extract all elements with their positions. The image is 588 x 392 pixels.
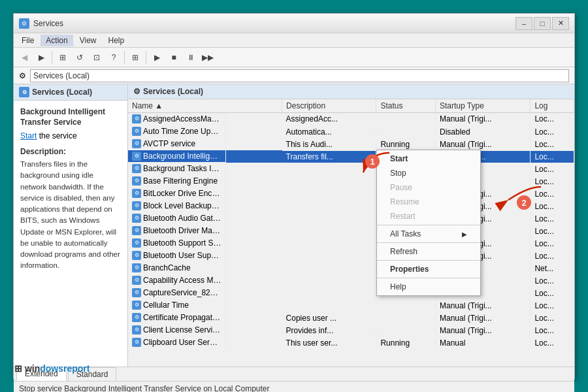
main-content: ⚙ Services (Local) Background Intelligen… <box>14 84 574 367</box>
service-name-cell: ⚙Bluetooth Support Service <box>128 237 226 250</box>
app-icon: ⚙ <box>19 18 29 29</box>
context-menu-item-help[interactable]: Help <box>377 280 480 294</box>
service-status-cell <box>376 299 436 312</box>
service-name-cell: ⚙Bluetooth User Support Ser... <box>128 250 226 262</box>
bottom-tabs: Extended Standard <box>14 367 574 381</box>
table-row[interactable]: ⚙Bluetooth Support ServiceManual (Trigi.… <box>128 237 574 250</box>
play-button[interactable]: ▶ <box>149 50 165 65</box>
service-icon: ⚙ <box>132 152 141 161</box>
service-startup-cell: Disabled <box>436 125 531 138</box>
stop-button[interactable]: ■ <box>166 50 182 65</box>
table-row[interactable]: ⚙Cellular TimeManual (Trigi...Loc... <box>128 299 574 312</box>
service-name-text: CaptureService_822862 <box>143 288 221 297</box>
toolbar-separator-1 <box>52 51 52 64</box>
service-name-text: Bluetooth Support Service <box>143 238 221 248</box>
menu-help[interactable]: Help <box>103 35 130 46</box>
table-row[interactable]: ⚙Client License Service (ClipS...Provide… <box>128 324 574 336</box>
service-log-cell: Loc... <box>531 299 574 312</box>
left-panel-title: Services (Local) <box>32 88 92 97</box>
col-startup[interactable]: Startup Type <box>436 99 531 113</box>
service-desc-cell <box>282 200 376 212</box>
col-name[interactable]: Name ▲ <box>128 99 282 113</box>
export-button[interactable]: ⊡ <box>89 50 105 65</box>
table-row[interactable]: ⚙Auto Time Zone UpdaterAutomatica...Disa… <box>128 125 574 138</box>
col-description[interactable]: Description <box>282 99 376 113</box>
context-menu-item-refresh[interactable]: Refresh <box>377 244 480 259</box>
context-menu-item-properties[interactable]: Properties <box>377 262 480 276</box>
context-menu-item-label: Resume <box>390 197 419 206</box>
menu-file[interactable]: File <box>16 35 39 46</box>
col-status[interactable]: Status <box>376 99 436 113</box>
context-menu-item-label: Properties <box>390 265 429 274</box>
address-bar-icon: ⚙ <box>19 71 26 80</box>
close-button[interactable]: ✕ <box>552 17 569 30</box>
menu-action[interactable]: Action <box>41 35 73 46</box>
context-menu-separator <box>377 225 480 225</box>
service-name-text: Cellular Time <box>143 301 189 310</box>
service-startup-cell: Manual (Trigi... <box>436 113 531 126</box>
help-button[interactable]: ? <box>106 50 122 65</box>
status-text: Stop service Background Intelligent Tran… <box>19 384 270 393</box>
refresh-button[interactable]: ↺ <box>72 50 88 65</box>
watermark-report: dowsreport <box>40 363 90 374</box>
table-container[interactable]: Name ▲ Description Status Startup Type L… <box>128 99 574 367</box>
start-service-link[interactable]: Start <box>20 131 37 140</box>
context-menu-item-all-tasks[interactable]: All Tasks▶ <box>377 227 480 241</box>
table-row[interactable]: ⚙Clipboard User Service_8228...This user… <box>128 336 574 349</box>
service-log-cell: Loc... <box>531 324 574 336</box>
minimize-button[interactable]: – <box>515 17 532 30</box>
service-name-text: Block Level Backup Engine ... <box>143 201 221 210</box>
service-name-text: Bluetooth User Support Ser... <box>143 251 221 260</box>
service-name-cell: ⚙Bluetooth Driver Managem... <box>128 225 226 237</box>
menu-view[interactable]: View <box>74 35 102 46</box>
service-desc-cell <box>282 212 376 225</box>
pause-button[interactable]: ⏸ <box>183 50 199 65</box>
service-log-cell: Loc... <box>531 225 574 237</box>
service-name-cell: ⚙CaptureService_822862 <box>128 287 226 299</box>
service-log-cell: Loc... <box>531 336 574 349</box>
table-row[interactable]: ⚙BranchCacheManualNet... <box>128 262 574 274</box>
next-button[interactable]: ▶▶ <box>200 50 216 65</box>
service-info: Background Intelligent Transfer Service … <box>14 101 127 278</box>
table-row[interactable]: ⚙CaptureService_822862ManualLoc... <box>128 287 574 299</box>
service-desc-cell <box>282 250 376 262</box>
col-log[interactable]: Log <box>531 99 574 113</box>
service-status-cell <box>376 113 436 126</box>
maximize-button[interactable]: □ <box>534 17 551 30</box>
service-desc-cell: Copies user ... <box>282 312 376 324</box>
service-startup-cell: Manual (Trigi... <box>436 299 531 312</box>
right-panel: ⚙ Services (Local) Name ▲ Description St… <box>128 84 574 367</box>
context-menu-item-label: Restart <box>390 212 416 221</box>
service-desc-cell <box>282 299 376 312</box>
table-row[interactable]: ⚙Certificate PropagationCopies user ...M… <box>128 312 574 324</box>
table-row[interactable]: ⚙AssignedAccessManager Se...AssignedAcc.… <box>128 113 574 126</box>
service-icon: ⚙ <box>132 338 141 347</box>
watermark: ⊞ windowsreport <box>14 363 90 374</box>
service-name-text: BranchCache <box>143 263 191 272</box>
context-menu-item-label: All Tasks <box>390 229 421 238</box>
back-button[interactable]: ◀ <box>16 50 32 65</box>
table-row[interactable]: ⚙Capability Access Manager .ManualLoc... <box>128 274 574 287</box>
service-log-cell: Loc... <box>531 138 574 150</box>
service-icon: ⚙ <box>132 164 141 173</box>
toolbar: ◀ ▶ ⊞ ↺ ⊡ ? ⊞ ▶ ■ ⏸ ▶▶ <box>14 48 574 67</box>
context-menu-submenu-arrow: ▶ <box>462 231 467 238</box>
service-name-text: Bluetooth Driver Managem... <box>143 226 221 235</box>
service-log-cell: Loc... <box>531 150 574 163</box>
toolbar-separator-3 <box>146 51 146 64</box>
service-name-text: AVCTP service <box>143 139 195 148</box>
service-name-cell: ⚙BitLocker Drive Encryption ... <box>128 188 226 200</box>
service-desc-cell: This user ser... <box>282 336 376 349</box>
table-row[interactable]: ⚙Bluetooth User Support Ser...Manual (Tr… <box>128 250 574 262</box>
service-icon: ⚙ <box>132 139 141 148</box>
table-row[interactable]: ⚙Bluetooth Driver Managem...AutomaticLoc… <box>128 225 574 237</box>
grid-button[interactable]: ⊞ <box>127 50 143 65</box>
service-name-cell: ⚙Cellular Time <box>128 299 226 312</box>
service-name-cell: ⚙AssignedAccessManager Se... <box>128 113 226 125</box>
forward-button[interactable]: ▶ <box>33 50 49 65</box>
service-icon: ⚙ <box>132 238 141 248</box>
service-name-text: Certificate Propagation <box>143 313 221 322</box>
titlebar-buttons: – □ ✕ <box>515 17 569 30</box>
service-status-cell <box>376 125 436 138</box>
up-button[interactable]: ⊞ <box>55 50 71 65</box>
